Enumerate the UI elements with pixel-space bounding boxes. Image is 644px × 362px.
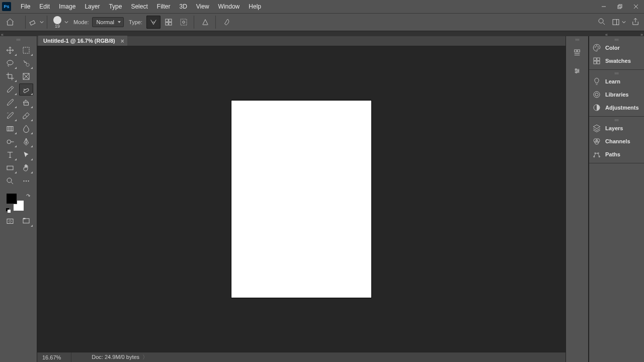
panel-grip[interactable] (0, 36, 37, 42)
layers-panel-button[interactable]: Layers (589, 122, 644, 135)
type-tool[interactable] (3, 149, 17, 161)
svg-rect-6 (166, 19, 168, 22)
quick-mask-button[interactable] (3, 215, 17, 227)
canvas[interactable] (231, 101, 371, 298)
chevron-down-icon[interactable] (64, 18, 68, 27)
quick-selection-tool[interactable] (19, 57, 33, 69)
menu-select[interactable]: Select (126, 0, 152, 13)
svg-point-36 (25, 180, 26, 182)
channels-panel-button[interactable]: Channels (589, 135, 644, 148)
svg-rect-8 (166, 23, 168, 25)
paths-panel-button[interactable]: Paths (589, 148, 644, 161)
type-btn-2[interactable] (162, 16, 176, 29)
status-zoom[interactable]: 16.67% (42, 352, 71, 362)
menu-image[interactable]: Image (54, 0, 80, 13)
path-selection-tool[interactable] (19, 149, 33, 161)
document-tab[interactable]: Untitled-1 @ 16.7% (RGB/8) × (38, 36, 127, 46)
properties-panel-button[interactable] (570, 63, 585, 78)
menu-window[interactable]: Window (214, 0, 245, 13)
panel-grip[interactable] (589, 37, 644, 41)
svg-point-35 (23, 180, 24, 182)
svg-point-47 (595, 47, 596, 48)
opacity-pressure-toggle[interactable] (198, 16, 212, 29)
swap-colors-icon[interactable]: ↷ (26, 193, 30, 199)
history-brush-tool[interactable] (3, 110, 17, 122)
menu-3d[interactable]: 3D (175, 0, 191, 13)
dodge-tool[interactable] (3, 136, 17, 148)
blur-tool[interactable] (19, 123, 33, 135)
svg-point-49 (598, 47, 599, 48)
svg-point-17 (7, 60, 13, 65)
gradient-tool[interactable] (3, 123, 17, 135)
svg-rect-42 (575, 50, 577, 52)
svg-point-11 (183, 21, 185, 24)
menu-layer[interactable]: Layer (80, 0, 104, 13)
foreground-color-swatch[interactable] (6, 193, 17, 204)
panel-grip[interactable] (589, 71, 644, 75)
app-icon: Ps (2, 2, 11, 11)
hand-tool[interactable] (19, 162, 33, 174)
svg-point-62 (595, 153, 596, 154)
menu-bar: Ps File Edit Image Layer Type Select Fil… (0, 0, 644, 13)
svg-rect-1 (618, 6, 621, 9)
history-panel-button[interactable] (570, 45, 585, 60)
edit-toolbar-button[interactable] (19, 175, 33, 187)
eyedropper-tool[interactable] (3, 83, 17, 96)
move-tool[interactable] (3, 44, 17, 56)
menu-help[interactable]: Help (244, 0, 266, 13)
close-tab-button[interactable]: × (121, 38, 124, 45)
tool-preset-picker[interactable] (29, 18, 44, 27)
mode-select[interactable]: Normal (92, 17, 124, 27)
svg-rect-5 (30, 21, 35, 25)
svg-rect-2 (619, 5, 622, 8)
menu-type[interactable]: Type (104, 0, 126, 13)
default-colors-icon[interactable] (6, 208, 11, 213)
zoom-tool[interactable] (3, 175, 17, 187)
window-minimize-button[interactable] (596, 0, 612, 13)
share-button[interactable] (631, 17, 640, 27)
rectangular-marquee-tool[interactable] (19, 44, 33, 56)
lasso-tool[interactable] (3, 57, 17, 69)
window-maximize-button[interactable] (612, 0, 628, 13)
clone-stamp-tool[interactable] (19, 97, 33, 109)
frame-tool[interactable] (19, 70, 33, 82)
menu-edit[interactable]: Edit (35, 0, 54, 13)
svg-line-24 (25, 115, 27, 117)
libraries-panel-button[interactable]: Libraries (589, 88, 644, 101)
brush-preset-picker[interactable]: 19 (53, 16, 61, 29)
healing-brush-tool[interactable] (19, 83, 33, 96)
menu-view[interactable]: View (192, 0, 214, 13)
status-doc-info[interactable]: Doc: 24.9M/0 bytes〉 (92, 353, 148, 361)
learn-panel-button[interactable]: Learn (589, 75, 644, 88)
type-btn-3[interactable] (177, 16, 191, 29)
adjustments-panel-button[interactable]: Adjustments (589, 101, 644, 114)
status-bar: 16.67% Doc: 24.9M/0 bytes〉 (37, 352, 566, 362)
right-panels: Color Swatches Learn Libraries Adjustmen… (589, 36, 644, 362)
swatches-panel-button[interactable]: Swatches (589, 54, 644, 67)
menu-file[interactable]: File (16, 0, 35, 13)
crop-tool[interactable] (3, 70, 17, 82)
pen-tool[interactable] (19, 136, 33, 148)
brush-settings-button[interactable] (220, 16, 234, 29)
svg-point-29 (7, 140, 11, 144)
screen-mode-button[interactable] (19, 215, 33, 227)
menu-filter[interactable]: Filter (152, 0, 175, 13)
cloud-icon (592, 90, 601, 99)
type-btn-1[interactable] (146, 16, 160, 29)
svg-point-37 (28, 180, 29, 182)
home-button[interactable] (4, 16, 16, 28)
window-close-button[interactable] (628, 0, 644, 13)
rectangle-tool[interactable] (3, 162, 17, 174)
panel-grip[interactable] (589, 118, 644, 122)
canvas-viewport[interactable] (37, 46, 566, 352)
eraser-tool[interactable] (19, 110, 33, 122)
swatches-icon (592, 56, 601, 65)
color-panel-button[interactable]: Color (589, 41, 644, 54)
panel-grip[interactable] (566, 36, 588, 42)
search-button[interactable] (597, 17, 606, 27)
brush-tool[interactable] (3, 97, 17, 109)
eraser-preset-icon (29, 18, 38, 27)
workspace-switcher[interactable] (611, 18, 626, 27)
palette-icon (592, 43, 601, 52)
collapsed-panel-strip (566, 36, 589, 362)
